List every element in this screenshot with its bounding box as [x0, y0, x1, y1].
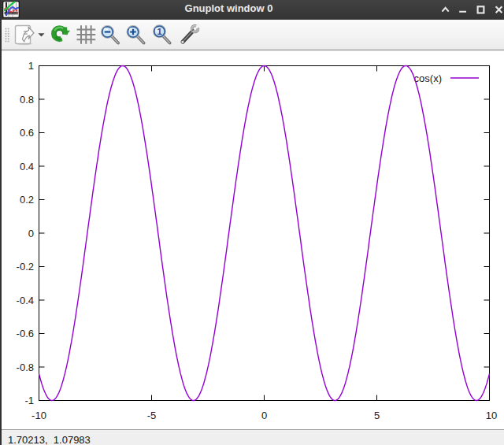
svg-text:cos(x): cos(x) — [414, 72, 442, 84]
svg-text:5: 5 — [374, 410, 380, 421]
svg-text:-0.6: -0.6 — [17, 328, 34, 339]
svg-text:-5: -5 — [147, 410, 157, 421]
svg-text:-0.2: -0.2 — [17, 261, 34, 273]
svg-text:0: 0 — [28, 228, 34, 239]
svg-text:0: 0 — [261, 410, 267, 421]
svg-text:10: 10 — [486, 410, 497, 421]
svg-text:1: 1 — [28, 60, 34, 72]
svg-text:1: 1 — [157, 27, 161, 36]
svg-text:0.6: 0.6 — [20, 127, 34, 139]
svg-text:0.4: 0.4 — [20, 161, 34, 172]
svg-text:-0.4: -0.4 — [17, 295, 34, 306]
svg-text:-10: -10 — [32, 410, 46, 421]
svg-text:-1: -1 — [24, 395, 34, 406]
svg-text:-0.8: -0.8 — [17, 362, 34, 373]
svg-text:0.2: 0.2 — [20, 194, 34, 206]
svg-text:0.8: 0.8 — [20, 94, 34, 106]
